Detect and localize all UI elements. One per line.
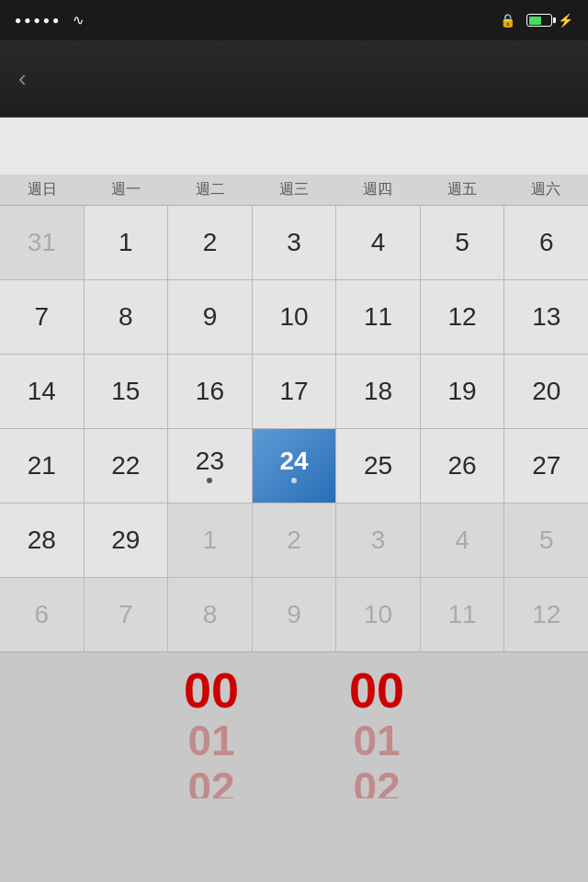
calendar-day-cell[interactable]: 20 — [504, 355, 588, 428]
day-number: 2 — [203, 230, 218, 255]
calendar-day-cell[interactable]: 28 — [0, 503, 84, 577]
calendar-day-cell[interactable]: 1 — [85, 206, 168, 279]
hour-digit[interactable]: 01 — [175, 718, 248, 764]
calendar-day-cell[interactable]: 19 — [421, 355, 504, 428]
calendar-day-cell[interactable]: 14 — [0, 355, 84, 428]
back-button[interactable]: ‹ — [18, 64, 34, 93]
calendar-day-cell[interactable]: 24 — [253, 429, 336, 503]
calendar-day-cell[interactable]: 5 — [421, 206, 504, 279]
calendar-day-cell[interactable]: 31 — [0, 206, 84, 279]
calendar-day-cell[interactable]: 18 — [336, 355, 420, 428]
day-number: 11 — [364, 304, 392, 330]
time-picker[interactable]: 000102 000102 — [0, 651, 588, 798]
calendar-day-cell[interactable]: 8 — [168, 578, 252, 651]
calendar-day-cell[interactable]: 29 — [85, 503, 168, 577]
day-number: 24 — [279, 448, 308, 474]
calendar-day-cell[interactable]: 2 — [168, 206, 252, 279]
calendar-day-cell[interactable]: 23 — [168, 429, 252, 503]
day-number: 7 — [34, 304, 49, 330]
minutes-column[interactable]: 000102 — [340, 663, 413, 798]
status-left: ●●●●● ∿ — [15, 12, 85, 28]
calendar-header — [0, 118, 588, 175]
day-number: 18 — [364, 379, 392, 404]
minute-digit[interactable]: 02 — [340, 764, 413, 798]
day-number: 31 — [28, 230, 56, 255]
calendar-day-cell[interactable]: 11 — [421, 578, 504, 651]
day-number: 20 — [532, 379, 560, 404]
status-right: 🔒 ⚡ — [500, 13, 573, 28]
day-number: 2 — [287, 527, 301, 553]
day-header: 週四 — [336, 175, 420, 205]
calendar-day-cell[interactable]: 1 — [168, 503, 252, 577]
calendar-day-cell[interactable]: 25 — [336, 429, 420, 503]
calendar-day-cell[interactable]: 21 — [0, 429, 84, 503]
day-number: 12 — [532, 602, 560, 628]
calendar-day-cell[interactable]: 13 — [504, 280, 588, 354]
calendar-day-cell[interactable]: 8 — [85, 280, 168, 354]
day-number: 7 — [119, 602, 133, 628]
day-number: 8 — [203, 602, 218, 628]
calendar-day-cell[interactable]: 2 — [253, 503, 336, 577]
hours-column[interactable]: 000102 — [175, 663, 248, 798]
day-number: 4 — [455, 527, 469, 553]
charging-icon: ⚡ — [558, 13, 573, 28]
day-header: 週二 — [168, 175, 252, 205]
day-number: 28 — [28, 527, 56, 553]
day-number: 10 — [279, 304, 308, 330]
calendar-day-cell[interactable]: 5 — [504, 503, 588, 577]
calendar-day-cell[interactable]: 10 — [253, 280, 336, 354]
calendar-day-cell[interactable]: 3 — [336, 503, 420, 577]
calendar-day-cell[interactable]: 17 — [253, 355, 336, 428]
calendar-day-cell[interactable]: 6 — [504, 206, 588, 279]
hour-digit[interactable]: 00 — [175, 663, 248, 718]
calendar-day-cell[interactable]: 16 — [168, 355, 252, 428]
calendar-day-cell[interactable]: 26 — [421, 429, 504, 503]
prev-month-button[interactable] — [489, 132, 522, 165]
day-number: 22 — [111, 453, 140, 479]
calendar-day-cell[interactable]: 4 — [421, 503, 504, 577]
calendar-day-cell[interactable]: 7 — [0, 280, 84, 354]
minute-digit[interactable]: 01 — [340, 718, 413, 764]
day-number: 15 — [111, 379, 140, 404]
calendar-day-cell[interactable]: 27 — [504, 429, 588, 503]
battery-icon — [526, 14, 552, 27]
day-number: 21 — [28, 453, 56, 479]
day-number: 14 — [28, 379, 56, 404]
day-number: 3 — [287, 230, 301, 255]
event-dot — [207, 478, 212, 483]
day-number: 1 — [119, 230, 133, 255]
calendar-day-cell[interactable]: 15 — [85, 355, 168, 428]
day-header: 週一 — [84, 175, 167, 205]
next-month-button[interactable] — [537, 132, 570, 165]
day-number: 1 — [203, 527, 218, 553]
minute-digit[interactable]: 00 — [340, 663, 413, 718]
day-number: 27 — [532, 453, 560, 479]
calendar-day-cell[interactable]: 3 — [253, 206, 336, 279]
day-number: 10 — [364, 602, 392, 628]
calendar-day-cell[interactable]: 12 — [504, 578, 588, 651]
hour-digit[interactable]: 02 — [175, 764, 248, 798]
day-number: 29 — [111, 527, 140, 553]
calendar-day-cell[interactable]: 22 — [85, 429, 168, 503]
day-header: 週五 — [420, 175, 503, 205]
calendar-day-cell[interactable]: 4 — [336, 206, 420, 279]
day-number: 6 — [34, 602, 49, 628]
calendar-day-cell[interactable]: 10 — [336, 578, 420, 651]
signal-dots: ●●●●● — [15, 14, 62, 27]
calendar-day-cell[interactable]: 7 — [85, 578, 168, 651]
calendar-day-cell[interactable]: 12 — [421, 280, 504, 354]
day-number: 8 — [119, 304, 133, 330]
day-number: 5 — [455, 230, 469, 255]
wifi-icon: ∿ — [73, 12, 85, 28]
calendar-day-cell[interactable]: 9 — [168, 280, 252, 354]
event-dot — [291, 478, 297, 483]
day-header: 週三 — [252, 175, 335, 205]
calendar-day-cell[interactable]: 9 — [253, 578, 336, 651]
day-header: 週六 — [504, 175, 588, 205]
nav-bar: ‹ — [0, 40, 588, 118]
chevron-left-icon: ‹ — [18, 64, 27, 93]
day-number: 23 — [196, 448, 224, 474]
calendar-day-cell[interactable]: 11 — [336, 280, 420, 354]
status-bar: ●●●●● ∿ 🔒 ⚡ — [0, 0, 588, 40]
calendar-day-cell[interactable]: 6 — [0, 578, 84, 651]
